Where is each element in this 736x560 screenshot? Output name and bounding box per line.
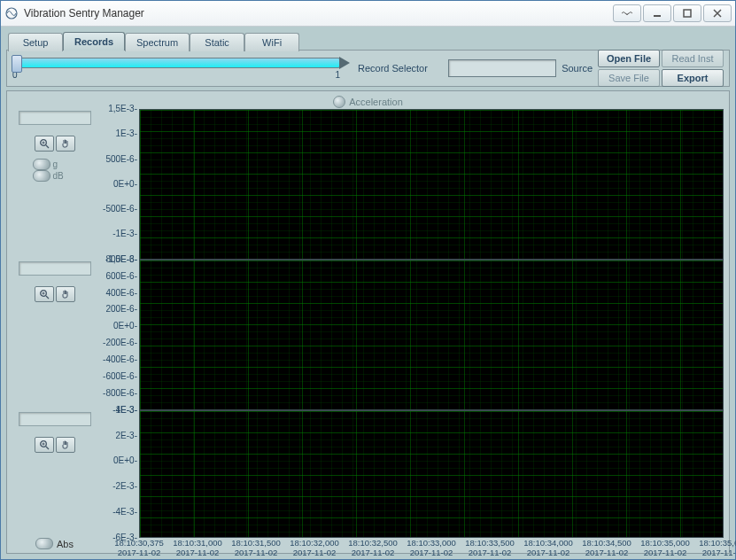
x-tick: 18:10:34,5002017-11-02 bbox=[582, 538, 631, 558]
chart1-plot[interactable] bbox=[139, 109, 724, 260]
record-selector-slider[interactable]: 0 1 bbox=[12, 58, 340, 80]
x-tick: 18:10:32,5002017-11-02 bbox=[348, 538, 397, 558]
control-panel: 0 1 Record Selector Source Open File Rea… bbox=[6, 50, 730, 87]
extra-button[interactable] bbox=[613, 4, 641, 22]
radio-icon bbox=[33, 159, 50, 170]
radio-icon bbox=[33, 170, 50, 182]
chart-panel: Acceleration g dB 1,5E-3-1E- bbox=[6, 90, 730, 554]
minimize-button[interactable] bbox=[643, 4, 671, 22]
chart1-display[interactable] bbox=[19, 111, 91, 125]
maximize-button[interactable] bbox=[673, 4, 701, 22]
chart1-yaxis: 1,5E-3-1E-3-500E-6-0E+0--500E-6--1E-3--1… bbox=[97, 109, 139, 260]
tab-setup[interactable]: Setup bbox=[8, 33, 63, 51]
x-tick: 18:10:35,0002017-11-02 bbox=[640, 538, 689, 558]
chart3-tools bbox=[12, 410, 97, 538]
slider-max: 1 bbox=[335, 70, 340, 80]
title-bar: Vibration Sentry Manager bbox=[1, 1, 735, 27]
app-icon bbox=[4, 6, 19, 20]
g-toggle[interactable]: g bbox=[33, 159, 77, 170]
slider-arrow-icon bbox=[339, 57, 350, 69]
chart-row-2: 800E-6-600E-6-400E-6-200E-6-0E+0--200E-6… bbox=[12, 260, 724, 410]
zoom-icon[interactable] bbox=[35, 136, 54, 152]
db-toggle[interactable]: dB bbox=[33, 170, 77, 182]
chart3-plot[interactable] bbox=[139, 410, 724, 538]
export-button[interactable]: Export bbox=[662, 69, 724, 87]
tab-records[interactable]: Records bbox=[63, 32, 125, 51]
x-tick: 18:10:33,5002017-11-02 bbox=[465, 538, 514, 558]
chart3-yaxis: 4E-3-2E-3-0E+0--2E-3--4E-3--6E-3- bbox=[97, 410, 139, 538]
source-input[interactable] bbox=[448, 59, 556, 77]
led-icon bbox=[333, 96, 345, 108]
svg-rect-2 bbox=[684, 10, 691, 17]
tab-bar: Setup Records Spectrum Static WiFi bbox=[8, 32, 730, 51]
x-axis: 18:10:30,3752017-11-0218:10:31,0002017-1… bbox=[139, 538, 724, 560]
svg-rect-1 bbox=[654, 15, 661, 17]
chart2-display[interactable] bbox=[19, 261, 91, 276]
content-area: Setup Records Spectrum Static WiFi 0 1 R… bbox=[1, 27, 735, 559]
tab-wifi[interactable]: WiFi bbox=[244, 33, 299, 51]
chart2-tools bbox=[12, 260, 97, 410]
abs-toggle[interactable]: Abs bbox=[35, 538, 89, 549]
x-tick: 18:10:34,0002017-11-02 bbox=[523, 538, 572, 558]
record-selector-label: Record Selector bbox=[358, 63, 428, 74]
x-tick: 18:10:30,3752017-11-02 bbox=[114, 538, 163, 558]
chart3-display[interactable] bbox=[19, 412, 91, 426]
read-inst-button[interactable]: Read Inst bbox=[662, 50, 724, 67]
x-tick: 18:10:33,0002017-11-02 bbox=[407, 538, 455, 558]
toggle-icon bbox=[35, 538, 53, 549]
window-title: Vibration Sentry Manager bbox=[24, 7, 613, 19]
acceleration-label: Acceleration bbox=[349, 97, 403, 107]
close-button[interactable] bbox=[703, 4, 732, 22]
pan-icon[interactable] bbox=[56, 286, 75, 302]
window-controls bbox=[613, 4, 732, 22]
tab-spectrum[interactable]: Spectrum bbox=[125, 33, 190, 51]
pan-icon[interactable] bbox=[56, 136, 75, 152]
app-window: Vibration Sentry Manager Setup Records S… bbox=[0, 0, 736, 560]
tab-static[interactable]: Static bbox=[190, 33, 244, 51]
chart-row-3: 4E-3-2E-3-0E+0--2E-3--4E-3--6E-3- bbox=[12, 410, 724, 538]
chart1-tools: g dB bbox=[12, 109, 97, 260]
pan-icon[interactable] bbox=[56, 437, 75, 453]
save-file-button[interactable]: Save File bbox=[598, 69, 660, 87]
open-file-button[interactable]: Open File bbox=[598, 50, 660, 67]
chart2-yaxis: 800E-6-600E-6-400E-6-200E-6-0E+0--200E-6… bbox=[97, 260, 139, 410]
zoom-icon[interactable] bbox=[35, 286, 54, 302]
file-button-group: Open File Read Inst Save File Export bbox=[598, 50, 724, 87]
abs-label: Abs bbox=[57, 539, 74, 549]
x-tick: 18:10:31,5002017-11-02 bbox=[231, 538, 280, 558]
x-tick: 18:10:31,0002017-11-02 bbox=[173, 538, 221, 558]
chart-row-1: g dB 1,5E-3-1E-3-500E-6-0E+0--500E-6--1E… bbox=[12, 109, 724, 260]
source-label: Source bbox=[562, 63, 593, 74]
chart2-plot[interactable] bbox=[139, 260, 724, 410]
chart-stack: g dB 1,5E-3-1E-3-500E-6-0E+0--500E-6--1E… bbox=[12, 109, 724, 538]
slider-thumb[interactable] bbox=[12, 55, 22, 73]
x-tick: 18:10:32,0002017-11-02 bbox=[290, 538, 338, 558]
x-tick: 18:10:35,6782017-11-02 bbox=[699, 538, 736, 558]
zoom-icon[interactable] bbox=[35, 437, 54, 453]
